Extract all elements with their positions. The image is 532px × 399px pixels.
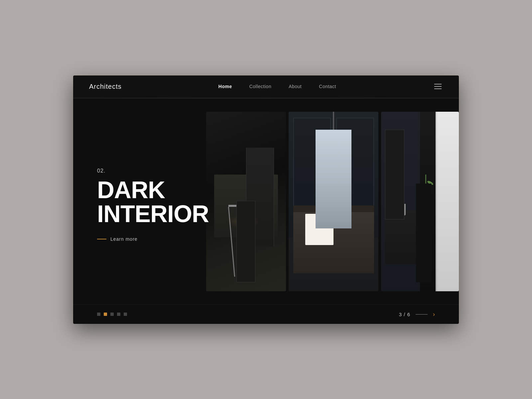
nav-links: Home Collection About Contact: [218, 83, 336, 89]
dot-2[interactable]: [104, 313, 107, 316]
nav-link-home[interactable]: Home: [218, 84, 232, 89]
dark-object: [416, 184, 432, 282]
mirror: [385, 130, 405, 219]
bedroom-scene: [289, 112, 378, 291]
bottom-bar: 3 / 6 ›: [73, 305, 459, 324]
nav-item-about[interactable]: About: [289, 83, 302, 89]
slide-dots: [97, 313, 127, 316]
title-line-1: Dark: [97, 177, 165, 203]
brand-logo[interactable]: Architects: [89, 83, 122, 90]
nav-item-home[interactable]: Home: [218, 83, 232, 89]
bar-stool: [228, 205, 245, 277]
pagination-line: [416, 314, 428, 315]
pagination: 3 / 6 ›: [399, 311, 435, 318]
title-line-2: Interior: [97, 200, 209, 227]
dot-1[interactable]: [97, 313, 100, 316]
nav-item-collection[interactable]: Collection: [249, 83, 271, 89]
slide-number: 02.: [97, 168, 190, 174]
window-view: [316, 130, 351, 228]
kitchen-shelf: [246, 148, 274, 246]
chandelier-stem: [333, 112, 334, 131]
image-card-bathroom[interactable]: [381, 112, 459, 291]
learn-more-link[interactable]: Learn more: [97, 236, 190, 242]
main-content: 02. Dark Interior Learn more: [73, 98, 459, 305]
slide-title: Dark Interior: [97, 178, 190, 226]
nav-link-collection[interactable]: Collection: [249, 84, 271, 89]
image-card-bedroom[interactable]: [289, 112, 378, 291]
stool-leg-right: [238, 207, 245, 277]
nav-item-contact[interactable]: Contact: [319, 83, 336, 89]
dot-3[interactable]: [110, 313, 114, 316]
next-arrow[interactable]: ›: [433, 311, 435, 318]
image-card-kitchen[interactable]: [206, 112, 286, 291]
dot-4[interactable]: [117, 313, 120, 316]
stool-seat: [228, 205, 245, 207]
dot-5[interactable]: [124, 313, 127, 316]
hamburger-line-1: [434, 84, 442, 84]
hamburger-menu[interactable]: [433, 82, 443, 90]
kitchen-scene: [206, 112, 286, 291]
outdoor-scene: [316, 130, 351, 228]
hamburger-line-3: [434, 88, 442, 89]
navbar: Architects Home Collection About Contact: [73, 75, 459, 98]
pagination-display: 3 / 6: [399, 312, 410, 317]
bathroom-scene: [381, 112, 459, 291]
hamburger-line-2: [434, 86, 442, 87]
nav-link-about[interactable]: About: [289, 84, 302, 89]
light-panel: [437, 112, 459, 291]
learn-more-text: Learn more: [110, 236, 138, 242]
left-panel: 02. Dark Interior Learn more: [73, 98, 206, 305]
stool-leg-left: [228, 207, 235, 277]
learn-more-line: [97, 239, 106, 239]
images-panel: [206, 98, 459, 305]
nav-link-contact[interactable]: Contact: [319, 84, 336, 89]
browser-window: Architects Home Collection About Contact: [73, 75, 459, 324]
